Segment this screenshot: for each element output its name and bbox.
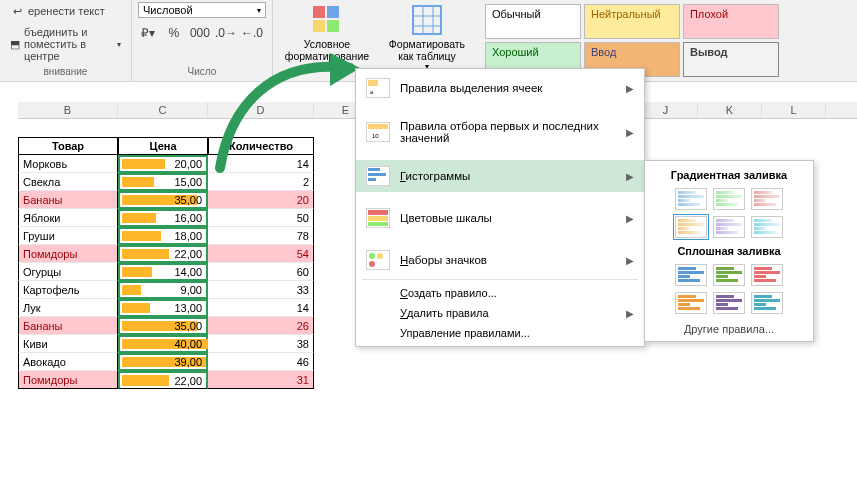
cell-product[interactable]: Помидоры	[18, 245, 118, 263]
cell-product[interactable]: Лук	[18, 299, 118, 317]
cell-price[interactable]: 39,00	[118, 353, 208, 371]
alignment-group: ↩ еренести текст ⬒ бъединить и поместить…	[0, 0, 132, 81]
cell-product[interactable]: Свекла	[18, 173, 118, 191]
svg-point-24	[369, 253, 375, 259]
number-buttons: ₽▾ % 000 .0→ ←.0	[138, 23, 266, 43]
cell-qty[interactable]: 54	[208, 245, 314, 263]
databar-swatch[interactable]	[713, 216, 745, 238]
databar-swatch[interactable]	[713, 188, 745, 210]
cell-product[interactable]: Бананы	[18, 317, 118, 335]
cell-qty[interactable]: 60	[208, 263, 314, 281]
cell-product[interactable]: Огурцы	[18, 263, 118, 281]
cell-qty[interactable]: 14	[208, 155, 314, 173]
style-neutral[interactable]: Нейтральный	[584, 4, 680, 39]
wrap-icon: ↩	[10, 4, 24, 18]
databar-swatch[interactable]	[675, 216, 707, 238]
databar-swatch[interactable]	[751, 216, 783, 238]
cell-price[interactable]: 40,00	[118, 335, 208, 353]
cell-price[interactable]: 9,00	[118, 281, 208, 299]
cell-qty[interactable]: 78	[208, 227, 314, 245]
merge-icon: ⬒	[10, 37, 20, 51]
cf-clear-rules[interactable]: Удалить правила▶	[356, 303, 644, 323]
number-format-value: Числовой	[143, 4, 193, 16]
chevron-down-icon: ▾	[325, 62, 329, 71]
cell-price[interactable]: 16,00	[118, 209, 208, 227]
cf-label: Условное форматирование	[283, 38, 371, 62]
cf-icon-sets[interactable]: Наборы значков ▶	[356, 244, 644, 276]
svg-rect-2	[313, 20, 325, 32]
column-header-C[interactable]: C	[118, 102, 208, 118]
cf-top-rules[interactable]: 10 Правила отбора первых и последних зна…	[356, 114, 644, 150]
cell-price[interactable]: 22,00	[118, 245, 208, 263]
column-header-B[interactable]: B	[18, 102, 118, 118]
separator	[362, 279, 638, 280]
svg-rect-13	[368, 124, 388, 129]
style-output[interactable]: Вывод	[683, 42, 779, 77]
cell-product[interactable]: Авокадо	[18, 353, 118, 371]
cell-price[interactable]: 22,00	[118, 371, 208, 389]
cell-qty[interactable]: 14	[208, 299, 314, 317]
solid-fill-header: Сплошная заливка	[649, 241, 809, 261]
column-header-L[interactable]: L	[762, 102, 826, 118]
percent-button[interactable]: %	[164, 23, 184, 43]
conditional-formatting-button[interactable]: Условное форматирование▾	[277, 2, 377, 73]
style-normal[interactable]: Обычный	[485, 4, 581, 39]
databar-swatch[interactable]	[675, 264, 707, 286]
chevron-right-icon: ▶	[626, 308, 634, 319]
cell-qty[interactable]: 38	[208, 335, 314, 353]
cell-product[interactable]: Картофель	[18, 281, 118, 299]
comma-button[interactable]: 000	[190, 23, 210, 43]
currency-button[interactable]: ₽▾	[138, 23, 158, 43]
cell-price[interactable]: 20,00	[118, 155, 208, 173]
cell-price[interactable]: 35,00	[118, 317, 208, 335]
cf-new-rule[interactable]: Создать правило...	[356, 283, 644, 303]
cell-product[interactable]: Груши	[18, 227, 118, 245]
databar-swatch[interactable]	[713, 292, 745, 314]
decrease-decimal-button[interactable]: ←.0	[242, 23, 262, 43]
cell-qty[interactable]: 26	[208, 317, 314, 335]
cell-price[interactable]: 18,00	[118, 227, 208, 245]
cell-qty[interactable]: 46	[208, 353, 314, 371]
cell-product[interactable]: Помидоры	[18, 371, 118, 389]
increase-decimal-button[interactable]: .0→	[216, 23, 236, 43]
svg-rect-4	[413, 6, 441, 34]
cf-data-bars[interactable]: Гистограммы ▶	[356, 160, 644, 192]
cell-product[interactable]: Киви	[18, 335, 118, 353]
cell-qty[interactable]: 2	[208, 173, 314, 191]
cell-product[interactable]: Бананы	[18, 191, 118, 209]
chevron-right-icon: ▶	[626, 171, 634, 182]
databar-swatch[interactable]	[751, 264, 783, 286]
cf-color-scales[interactable]: Цветовые шкалы ▶	[356, 202, 644, 234]
cell-price[interactable]: 15,00	[118, 173, 208, 191]
cell-qty[interactable]: 31	[208, 371, 314, 389]
cell-product[interactable]: Морковь	[18, 155, 118, 173]
cell-qty[interactable]: 33	[208, 281, 314, 299]
number-format-combo[interactable]: Числовой ▾	[138, 2, 266, 18]
databar-swatch[interactable]	[751, 292, 783, 314]
databar-swatch[interactable]	[675, 188, 707, 210]
cell-price[interactable]: 14,00	[118, 263, 208, 281]
svg-rect-1	[327, 6, 339, 18]
style-bad[interactable]: Плохой	[683, 4, 779, 39]
cell-qty[interactable]: 50	[208, 209, 314, 227]
cell-qty[interactable]: 20	[208, 191, 314, 209]
svg-rect-16	[368, 168, 380, 171]
cf-highlight-rules[interactable]: ≥ Правила выделения ячеек ▶	[356, 72, 644, 104]
column-header-D[interactable]: D	[208, 102, 314, 118]
databars-icon	[366, 166, 390, 186]
databar-swatch[interactable]	[675, 292, 707, 314]
column-header-K[interactable]: K	[698, 102, 762, 118]
merge-center-button[interactable]: ⬒ бъединить и поместить в центре ▾	[6, 24, 125, 64]
format-as-table-button[interactable]: Форматировать как таблицу▾	[377, 2, 477, 73]
cell-price[interactable]: 35,00	[118, 191, 208, 209]
header-qty: Количество	[208, 137, 314, 155]
databar-swatch[interactable]	[751, 188, 783, 210]
databar-swatch[interactable]	[713, 264, 745, 286]
cell-product[interactable]: Яблоки	[18, 209, 118, 227]
cf-highlight-label: Правила выделения ячеек	[400, 82, 626, 94]
data-bars-submenu: Градиентная заливка Сплошная заливка Дру…	[644, 160, 814, 342]
more-rules-link[interactable]: Другие правила...	[649, 317, 809, 337]
cell-price[interactable]: 13,00	[118, 299, 208, 317]
cf-manage-rules[interactable]: Управление правилами...	[356, 323, 644, 343]
wrap-text-button[interactable]: ↩ еренести текст	[6, 2, 125, 20]
